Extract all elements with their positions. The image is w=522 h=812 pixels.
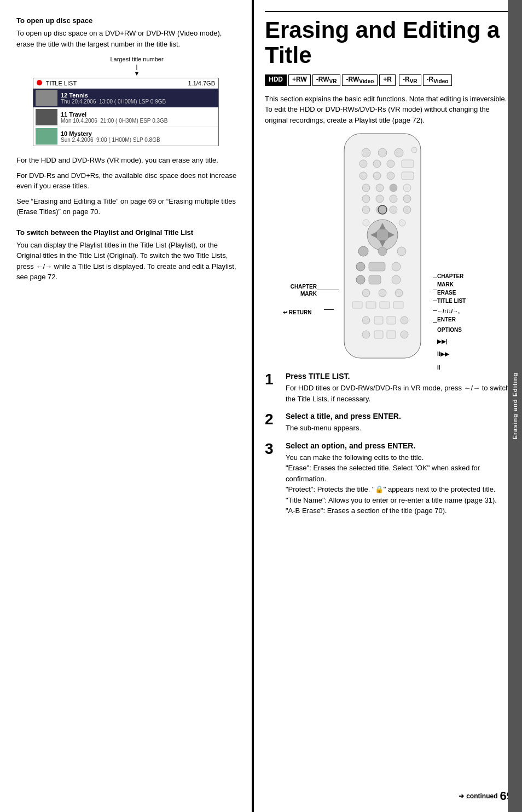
step2-content: Select a title, and press ENTER. The sub… <box>286 412 511 434</box>
table-row: 11 Travel Mon 10.4.2006 21:00 ( 0H30M) E… <box>33 108 218 127</box>
conn-return <box>324 309 334 310</box>
svg-point-38 <box>392 262 401 271</box>
label-chapter: CHAPTER <box>437 272 466 280</box>
badge-minus-rwvr: -RWVR <box>312 74 341 85</box>
step1-content: Press TITLE LIST. For HDD titles or DVD-… <box>286 372 511 404</box>
svg-point-39 <box>356 275 365 284</box>
title-name: 12 Tennis <box>61 92 216 99</box>
title-name: 10 Mystery <box>61 130 216 137</box>
title-meta: Sun 2.4.2006 9:00 ( 1H00M) SLP 0.8GB <box>61 137 216 143</box>
step3-content: Select an option, and press ENTER. You c… <box>286 441 511 516</box>
conn-r1 <box>433 278 437 278</box>
step2-body: The sub-menu appears. <box>286 423 511 434</box>
continued-text: continued <box>466 792 497 800</box>
svg-point-53 <box>362 331 370 338</box>
svg-point-31 <box>399 220 405 226</box>
label-title-list: TITLE LIST <box>437 297 466 305</box>
svg-point-57 <box>378 205 387 214</box>
svg-rect-8 <box>402 160 414 168</box>
title-list-box: TITLE LIST 1.1/4.7GB 12 Tennis Thu 20.4.… <box>33 78 219 146</box>
record-dot <box>37 80 42 85</box>
label-play-fwd: II▶▶ <box>437 350 466 358</box>
section1-title: To open up disc space <box>16 16 241 25</box>
svg-point-3 <box>395 148 403 157</box>
svg-point-34 <box>378 247 387 256</box>
step-3: 3 Select an option, and press ENTER. You… <box>265 441 511 516</box>
step2-num: 2 <box>265 412 280 427</box>
badge-hdd: HDD <box>265 74 287 85</box>
remote-svg <box>333 131 432 361</box>
right-labels: CHAPTER MARK ERASE TITLE LIST ←/↑/↓/→, E… <box>437 272 466 372</box>
title-list-figure: Largest title number |▼ TITLE LIST 1.1/4… <box>33 56 241 146</box>
right-column: Erasing and Editing Erasing and Editing … <box>252 0 522 812</box>
svg-point-44 <box>395 289 403 297</box>
svg-rect-55 <box>387 331 396 338</box>
largest-label: Largest title number <box>33 56 241 62</box>
section-open-disc-space: To open up disc space To open up disc sp… <box>16 16 241 217</box>
conn-r3 <box>433 301 437 301</box>
svg-rect-50 <box>374 316 383 324</box>
step3-heading: Select an option, and press ENTER. <box>286 441 511 450</box>
steps-container: 1 Press TITLE LIST. For HDD titles or DV… <box>265 372 511 516</box>
svg-point-2 <box>378 148 387 157</box>
conn-r5 <box>433 323 437 323</box>
svg-rect-46 <box>366 302 376 308</box>
svg-point-52 <box>401 316 408 324</box>
svg-point-56 <box>401 331 408 338</box>
svg-point-6 <box>373 160 381 168</box>
tl-header-size: 1.1/4.7GB <box>188 80 215 87</box>
svg-point-42 <box>362 289 370 297</box>
svg-rect-12 <box>402 172 414 180</box>
svg-point-13 <box>362 184 370 192</box>
title-info: 12 Tennis Thu 20.4.2006 13:00 ( 0H00M) L… <box>61 92 216 105</box>
svg-rect-54 <box>374 331 383 338</box>
tl-header-label: TITLE LIST <box>37 80 77 87</box>
label-erase: ERASE <box>437 289 466 297</box>
svg-rect-40 <box>369 275 381 284</box>
title-list-header: TITLE LIST 1.1/4.7GB <box>33 78 218 89</box>
mode-badges: HDD +RW -RWVR -RWVideo +R -RVR -RVideo <box>265 74 511 85</box>
body-extra2: For DVD-Rs and DVD+Rs, the available dis… <box>16 170 241 192</box>
badge-minus-rvideo: -RVideo <box>423 74 453 85</box>
svg-point-41 <box>392 275 401 284</box>
section2-title: To switch between the Playlist and Origi… <box>16 228 241 237</box>
section2-body: You can display the Playlist titles in t… <box>16 240 241 283</box>
svg-point-16 <box>403 184 411 192</box>
label-options: OPTIONS <box>437 326 466 334</box>
label-skip-fwd: ▶▶| <box>437 337 466 345</box>
title-name: 11 Travel <box>61 111 216 118</box>
svg-rect-48 <box>393 302 403 308</box>
label-return: ↩ RETURN <box>283 309 311 315</box>
svg-point-15 <box>390 184 397 192</box>
label-nav: ←/↑/↓/→, <box>437 307 466 315</box>
step3-body: You can make the following edits to the … <box>286 452 511 516</box>
continued-arrow: ➜ <box>459 792 464 800</box>
svg-point-4 <box>411 147 417 153</box>
side-tab-label: Erasing and Editing <box>512 372 518 439</box>
body-extra3: See “Erasing and Editing a Title” on pag… <box>16 196 241 217</box>
svg-point-26 <box>376 228 389 241</box>
thumbnail <box>36 128 57 145</box>
section-switch-playlist: To switch between the Playlist and Origi… <box>16 228 241 283</box>
step1-num: 1 <box>265 372 280 387</box>
svg-point-5 <box>359 160 367 168</box>
label-enter: ENTER <box>437 315 466 324</box>
svg-point-1 <box>362 148 370 157</box>
svg-point-49 <box>362 316 370 324</box>
svg-point-43 <box>379 289 386 297</box>
side-tab: Erasing and Editing <box>508 0 522 812</box>
table-row: 10 Mystery Sun 2.4.2006 9:00 ( 1H00M) SL… <box>33 127 218 146</box>
badge-plus-r: +R <box>379 74 396 85</box>
svg-point-33 <box>358 246 368 256</box>
svg-point-35 <box>397 247 406 256</box>
svg-rect-37 <box>369 262 385 271</box>
remote-illustration: CHAPTERMARK <box>265 131 511 366</box>
conn-r4 <box>433 310 437 311</box>
svg-point-32 <box>363 220 369 226</box>
title-info: 11 Travel Mon 10.4.2006 21:00 ( 0H30M) E… <box>61 111 216 124</box>
svg-point-18 <box>376 195 384 203</box>
svg-point-7 <box>387 160 395 168</box>
thumbnail <box>36 90 57 106</box>
svg-point-21 <box>362 206 370 214</box>
conn-r2 <box>433 290 437 290</box>
